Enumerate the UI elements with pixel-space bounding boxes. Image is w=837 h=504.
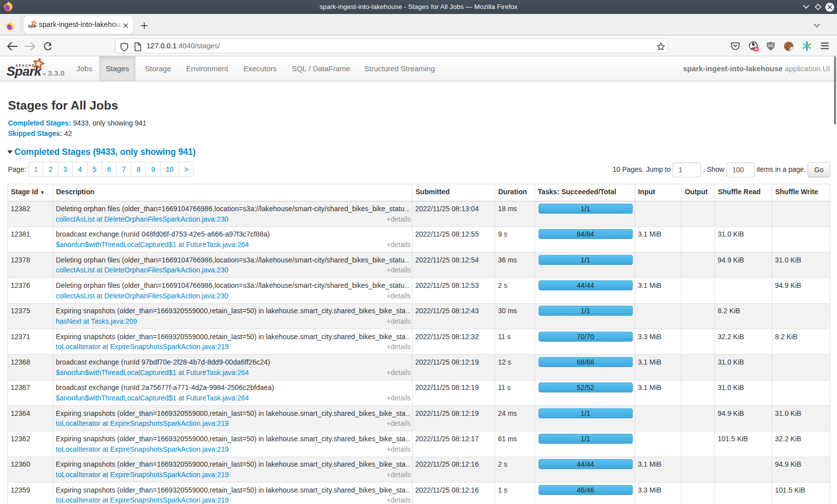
svg-text:Spark: Spark xyxy=(28,24,37,28)
svg-text:UO: UO xyxy=(768,44,774,47)
